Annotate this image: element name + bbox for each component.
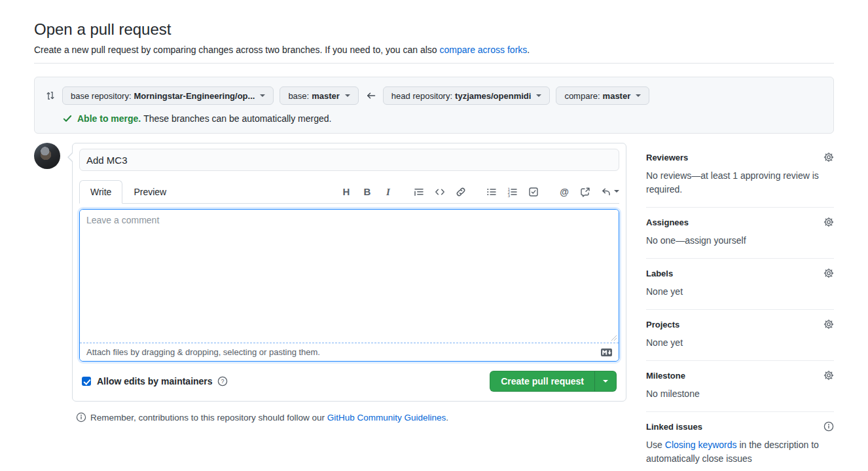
task-list-icon[interactable] [528,187,539,197]
svg-text:?: ? [221,378,224,385]
ordered-list-icon[interactable]: 123 [507,187,518,197]
compare-branch-label: compare: [564,91,600,101]
chevron-down-icon[interactable] [614,190,619,195]
pull-request-form-card: Write Preview H B I [72,143,626,402]
resize-grip-icon[interactable] [611,335,617,341]
create-pr-button-group: Create pull request [490,371,617,392]
allow-edits-checkbox[interactable] [82,377,91,386]
assignees-title: Assignees [646,217,689,227]
allow-edits-label: Allow edits by maintainers [97,376,213,386]
allow-edits-row[interactable]: Allow edits by maintainers ? [82,376,228,386]
check-icon [62,113,73,124]
info-icon [76,412,86,423]
reviewers-body: No reviews—at least 1 approving review i… [646,169,834,197]
create-pr-options-button[interactable] [594,371,617,392]
info-icon[interactable] [823,421,834,432]
chevron-down-icon [536,94,541,100]
linked-issues-text: Use [646,440,665,450]
pr-sidebar: Reviewers No reviews—at least 1 approvin… [646,143,834,471]
code-icon[interactable] [435,187,445,197]
quote-icon[interactable] [414,187,424,197]
linked-issues-body: Use Closing keywords in the description … [646,438,834,466]
merge-status-detail: These branches can be automatically merg… [143,113,331,124]
base-branch-dropdown[interactable]: base:master [280,86,358,105]
gear-icon[interactable] [823,152,834,162]
projects-title: Projects [646,320,679,330]
avatar [34,143,60,169]
head-repository-value: tyzjames/openmidi [455,91,531,101]
heading-icon[interactable]: H [341,187,352,197]
mention-icon[interactable]: @ [559,187,570,197]
pr-title-input[interactable] [79,149,619,171]
question-icon[interactable]: ? [217,376,228,386]
chevron-down-icon [260,94,265,100]
markdown-icon[interactable] [601,349,612,356]
merge-status-title: Able to merge. [77,113,141,124]
tab-write[interactable]: Write [79,180,122,204]
head-repository-label: head repository: [391,91,452,101]
reviewers-title: Reviewers [646,153,688,162]
sidebar-section-linked-issues: Linked issues Use Closing keywords in th… [646,412,834,471]
create-pull-request-button[interactable]: Create pull request [490,371,594,392]
reply-icon[interactable] [601,187,611,197]
page-title: Open a pull request [34,20,834,39]
chevron-down-icon [636,94,641,100]
header-divider [34,63,834,64]
base-repository-value: Morningstar-Engineering/op... [134,91,255,101]
git-compare-icon [45,90,56,101]
branch-selector-bar: base repository:Morningstar-Engineering/… [34,77,834,134]
subtitle-period: . [527,45,530,55]
markdown-toolbar: H B I [331,187,619,203]
open-pull-request-page: Open a pull request Create a new pull re… [0,0,868,471]
compare-across-forks-link[interactable]: compare across forks [439,45,527,55]
cross-reference-icon[interactable] [580,187,590,197]
gear-icon[interactable] [823,319,834,330]
sidebar-section-projects: Projects None yet [646,310,834,361]
compare-branch-dropdown[interactable]: compare:master [556,86,649,105]
assignees-body: No one—assign yourself [646,234,834,248]
projects-body: None yet [646,336,834,350]
sidebar-section-reviewers: Reviewers No reviews—at least 1 approvin… [646,143,834,208]
tab-preview[interactable]: Preview [122,180,177,204]
subtitle-text: Create a new pull request by comparing c… [34,45,439,55]
base-repository-dropdown[interactable]: base repository:Morningstar-Engineering/… [62,86,274,105]
svg-text:3: 3 [507,193,510,197]
head-repository-dropdown[interactable]: head repository:tyzjames/openmidi [383,86,551,105]
community-guidelines-link[interactable]: GitHub Community Guidelines [327,413,446,423]
contribution-note: Remember, contributions to this reposito… [76,412,626,423]
sidebar-section-labels: Labels None yet [646,259,834,310]
compare-branch-value: master [603,91,631,101]
chevron-down-icon [603,380,608,385]
comment-tabs: Write Preview H B I [79,180,619,204]
contribution-note-text: Remember, contributions to this reposito… [90,413,327,423]
unordered-list-icon[interactable] [486,187,497,197]
page-subtitle: Create a new pull request by comparing c… [34,43,834,56]
attach-files-hint: Attach files by dragging & dropping, sel… [86,347,320,357]
contribution-note-period: . [446,413,448,423]
italic-icon[interactable]: I [383,187,393,197]
gear-icon[interactable] [823,268,834,278]
labels-body: None yet [646,285,834,299]
chevron-down-icon [345,94,350,100]
arrow-left-icon [366,90,376,101]
base-branch-value: master [312,91,340,101]
link-icon[interactable] [456,187,466,197]
base-repository-label: base repository: [71,91,132,101]
closing-keywords-link[interactable]: Closing keywords [665,440,737,450]
labels-title: Labels [646,269,673,278]
milestone-title: Milestone [646,371,685,381]
comment-textarea[interactable] [80,210,619,343]
sidebar-section-milestone: Milestone No milestone [646,361,834,412]
bold-icon[interactable]: B [362,187,372,197]
gear-icon[interactable] [823,370,834,381]
milestone-body: No milestone [646,387,834,401]
sidebar-section-assignees: Assignees No one—assign yourself [646,208,834,259]
gear-icon[interactable] [823,217,834,227]
comment-editor: Attach files by dragging & dropping, sel… [79,209,619,362]
base-branch-label: base: [288,91,309,101]
linked-issues-title: Linked issues [646,422,702,432]
attach-files-bar[interactable]: Attach files by dragging & dropping, sel… [80,343,619,361]
merge-status: Able to merge. These branches can be aut… [62,113,823,124]
